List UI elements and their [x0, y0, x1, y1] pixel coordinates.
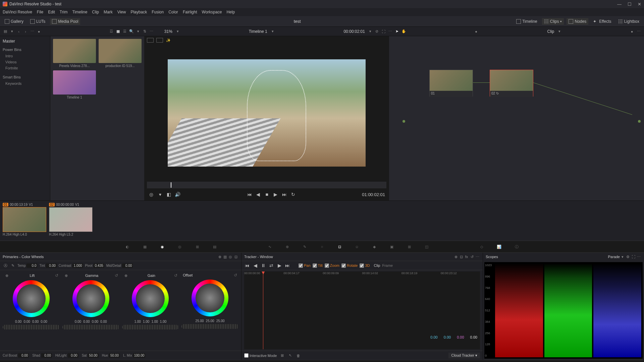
unmix-icon[interactable]: ◎ — [148, 191, 154, 197]
track-both-button[interactable]: ⇄ — [268, 262, 274, 268]
more-icon[interactable]: ⋯ — [636, 254, 641, 259]
offset-wheel[interactable] — [192, 280, 228, 316]
window-icon[interactable]: ○ — [319, 243, 325, 250]
more-icon[interactable]: ⋯ — [475, 254, 480, 259]
window-icon[interactable]: ⊡ — [459, 254, 464, 259]
next-icon[interactable]: › — [23, 29, 28, 34]
source-node-icon[interactable] — [402, 120, 405, 123]
lift-jog[interactable] — [3, 325, 60, 329]
clips-button[interactable]: Clips▾ — [542, 18, 564, 25]
loop-button[interactable]: ↻ — [290, 191, 296, 197]
corrector-node[interactable]: 01 — [429, 70, 473, 97]
colboost-value[interactable]: 0.00 — [18, 353, 29, 358]
sort-icon[interactable]: ⇅ — [142, 29, 148, 34]
chevron-down-icon[interactable]: ▾ — [270, 29, 275, 34]
gamma-jog[interactable] — [62, 325, 119, 329]
clip-thumb[interactable]: Pexels Videos 278... — [53, 39, 96, 68]
smartbins-header[interactable]: Smart Bins — [3, 75, 47, 79]
picker-icon[interactable]: ✎ — [10, 263, 15, 268]
track-reverse-one-button[interactable]: ⏮ — [244, 262, 250, 268]
sidebar-toggle-icon[interactable]: ▤ — [3, 29, 8, 34]
expand-icon[interactable]: ⛶ — [381, 29, 386, 34]
timeline-button[interactable]: Timeline — [514, 18, 539, 25]
corrector-node[interactable]: 02 ↻ — [490, 70, 533, 97]
source-timecode[interactable]: 00:00:02:01 — [343, 29, 365, 34]
lift-val[interactable]: 0.00 — [23, 320, 30, 323]
picker-icon[interactable]: ⊕ — [4, 273, 9, 278]
bypass-icon[interactable]: ⊘ — [374, 29, 380, 34]
offset-jog[interactable] — [181, 324, 238, 329]
settings-icon[interactable]: ⚙ — [625, 254, 631, 259]
reset-icon[interactable]: ↺ — [469, 254, 475, 259]
menu-workspace[interactable]: Workspace — [202, 10, 222, 14]
gain-val[interactable]: 1.00 — [134, 320, 141, 323]
menu-file[interactable]: File — [37, 10, 43, 14]
contrast-value[interactable]: 1.000 — [72, 263, 83, 268]
playhead[interactable] — [171, 182, 171, 188]
viewer-timecode[interactable]: 01:00:02:01 — [362, 192, 385, 197]
expand-icon[interactable]: ⊡ — [233, 254, 238, 259]
expand-icon[interactable]: ⛶ — [631, 254, 636, 259]
chevron-down-icon[interactable]: ▾ — [9, 29, 15, 34]
gamma-val[interactable]: 0.00 — [100, 320, 107, 323]
dot-icon[interactable]: ● — [36, 29, 42, 34]
qualifier-icon[interactable]: ✎ — [301, 243, 308, 250]
menu-view[interactable]: View — [117, 10, 126, 14]
keyframe-icon[interactable]: ◇ — [478, 243, 485, 250]
middetail-value[interactable]: 0.00 — [122, 263, 133, 268]
key-icon[interactable]: ▣ — [388, 243, 395, 250]
pointer-icon[interactable]: ↖ — [287, 353, 293, 358]
interactive-checkbox[interactable]: Interactive Mode — [244, 353, 277, 358]
bin-intro[interactable]: Intro — [3, 53, 47, 59]
hue-value[interactable]: 50.00 — [109, 353, 120, 358]
offset-val[interactable]: 25.00 — [206, 319, 214, 323]
menu-fusion[interactable]: Fusion — [152, 10, 164, 14]
sizing-icon[interactable]: ⊞ — [406, 243, 413, 250]
viewer-image[interactable] — [168, 59, 366, 167]
color-match-icon[interactable]: ▦ — [142, 243, 148, 250]
track-forward-one-button[interactable]: ⏭ — [284, 262, 290, 268]
scopes-icon[interactable]: 📊 — [496, 243, 502, 250]
tracker-icon[interactable]: ⊡ — [336, 243, 343, 250]
nodes-button[interactable]: Nodes — [567, 18, 588, 25]
picker-icon[interactable]: ⊕ — [64, 273, 69, 278]
track-stop-button[interactable]: ⏸ — [260, 262, 266, 268]
reset-icon[interactable]: ↺ — [55, 273, 58, 278]
pointer-icon[interactable]: ➤ — [394, 29, 400, 34]
clip-thumb[interactable]: production ID 519... — [99, 39, 142, 68]
more-icon[interactable]: ⋯ — [30, 29, 35, 34]
mask-outline[interactable] — [247, 70, 306, 161]
offset-val[interactable]: 25.00 — [216, 319, 225, 323]
first-frame-button[interactable]: ⏮ — [247, 191, 253, 197]
gain-wheel[interactable] — [132, 280, 169, 317]
hand-icon[interactable]: ✋ — [401, 29, 407, 34]
maximize-button[interactable]: ☐ — [628, 2, 632, 7]
gamma-val[interactable]: 0.00 — [75, 320, 81, 323]
pivot-value[interactable]: 0.435 — [94, 263, 104, 268]
effects-button[interactable]: ✦Effects — [591, 18, 613, 25]
view-metadata-icon[interactable]: ☲ — [109, 29, 114, 34]
timeline-clip[interactable]: 01 00:00:13:19 V1 H.264 High L4.0 — [3, 203, 46, 239]
mediapool-button[interactable]: Media Pool — [50, 18, 80, 25]
target-icon[interactable]: ⊕ — [217, 254, 222, 259]
bin-keywords[interactable]: Keywords — [3, 80, 47, 86]
close-button[interactable]: ✕ — [638, 2, 641, 7]
bars-icon[interactable]: ▥ — [222, 254, 228, 259]
picker-icon[interactable]: ⊕ — [123, 273, 129, 278]
bin-fortnite[interactable]: Fortnite — [3, 65, 47, 71]
shad-value[interactable]: 0.00 — [41, 353, 52, 358]
viewer-scrubber[interactable] — [147, 182, 386, 188]
auto-balance-icon[interactable]: Ⓐ — [3, 263, 8, 268]
magic-mask-icon[interactable]: ✨ — [166, 38, 171, 43]
reset-icon[interactable]: ↺ — [115, 273, 118, 278]
add-point-icon[interactable]: ⊞ — [279, 353, 285, 358]
clip-mode-label[interactable]: Clip — [374, 263, 380, 267]
menu-edit[interactable]: Edit — [48, 10, 55, 14]
gain-jog[interactable] — [122, 325, 179, 329]
prev-icon[interactable]: ‹ — [16, 29, 21, 34]
tracker-playhead[interactable] — [263, 272, 263, 349]
search-icon[interactable]: 🔍 — [129, 29, 134, 34]
menu-mark[interactable]: Mark — [104, 10, 113, 14]
menu-davinci[interactable]: DaVinci Resolve — [3, 10, 32, 14]
lightbox-button[interactable]: Lightbox — [616, 18, 641, 25]
